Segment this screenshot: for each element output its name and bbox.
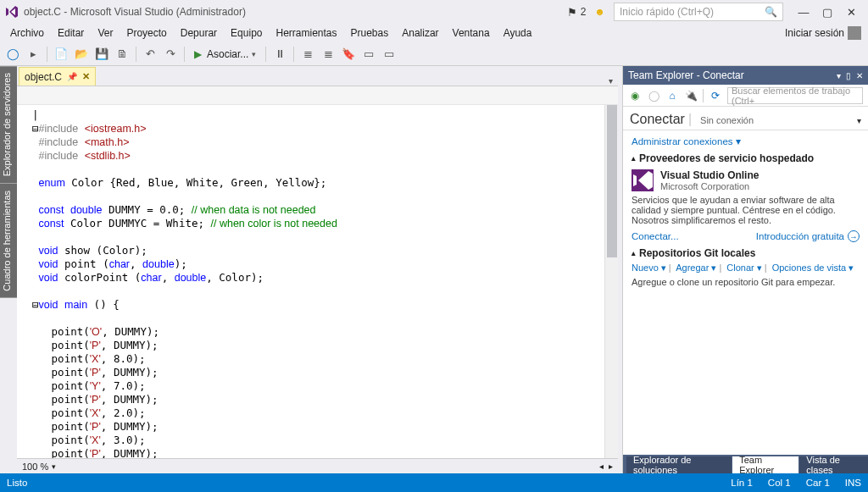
- toolbar: ◯ ▸ 📄 📂 💾 🗎 ↶ ↷ ▶ Asociar... ▾ ⏸ ≣ ≣ 🔖 ▭…: [0, 42, 868, 66]
- pin-icon[interactable]: 📌: [67, 72, 77, 81]
- new-file-button[interactable]: 📄: [52, 45, 70, 64]
- play-icon: ▶: [194, 48, 202, 60]
- doctab-objectc[interactable]: object.C 📌 ✕: [19, 67, 96, 86]
- menu-analizar[interactable]: Analizar: [395, 25, 445, 41]
- hosted-providers-section[interactable]: ▴Proveedores de servicio hospedado: [632, 152, 860, 164]
- quick-launch-input[interactable]: Inicio rápido (Ctrl+Q) 🔍: [614, 3, 783, 21]
- team-explorer-header[interactable]: Conectar | Sin conexión ▾: [623, 107, 868, 130]
- menu-ayuda[interactable]: Ayuda: [497, 25, 539, 41]
- home-icon[interactable]: ⌂: [665, 89, 679, 102]
- menu-equipo[interactable]: Equipo: [224, 25, 269, 41]
- restore-button[interactable]: ▢: [815, 3, 839, 20]
- close-button[interactable]: ✕: [839, 3, 863, 20]
- menu-herramientas[interactable]: Herramientas: [269, 25, 343, 41]
- svg-marker-3: [633, 174, 637, 186]
- doctab-label: object.C: [25, 71, 62, 83]
- tab-class-view[interactable]: Vista de clases: [799, 456, 868, 473]
- forward-icon[interactable]: ◯: [647, 89, 660, 102]
- chevron-down-icon: ▾: [52, 462, 56, 471]
- team-explorer-toolbar: ◉ ◯ ⌂ 🔌 ⟳ Buscar elementos de trabajo (C…: [623, 85, 868, 107]
- pin-icon[interactable]: ▯: [846, 71, 851, 80]
- tb-extra2[interactable]: ▭: [380, 45, 398, 64]
- git-links: Nuevo ▾| Agregar ▾| Clonar ▾| Opciones d…: [632, 263, 860, 274]
- status-ready: Listo: [7, 478, 27, 488]
- connect-icon[interactable]: 🔌: [684, 89, 698, 102]
- panel-tabs: Explorador de soluciones Team Explorer V…: [623, 455, 868, 473]
- well-server-explorer[interactable]: Explorador de servidores: [0, 66, 17, 183]
- undo-button[interactable]: ↶: [141, 45, 159, 64]
- git-clone-link[interactable]: Clonar ▾: [726, 263, 761, 273]
- menu-depurar[interactable]: Depurar: [174, 25, 224, 41]
- scrollbar-vertical[interactable]: [604, 105, 618, 458]
- git-new-link[interactable]: Nuevo ▾: [632, 263, 666, 273]
- zoom-control[interactable]: 100 % ▾ ◂ ▸: [17, 458, 618, 473]
- bookmark-button[interactable]: 🔖: [339, 45, 358, 64]
- close-tab-icon[interactable]: ✕: [82, 71, 90, 82]
- code-editor[interactable]: | ⊟#include <iostream.h> #include <math.…: [17, 105, 618, 458]
- navigation-bar[interactable]: [17, 86, 618, 105]
- git-add-link[interactable]: Agregar ▾: [676, 263, 716, 273]
- smiley-icon: ☻: [594, 6, 605, 18]
- sign-in-link[interactable]: Iniciar sesión: [785, 27, 844, 39]
- flag-icon: ⚑: [567, 6, 577, 19]
- minimize-button[interactable]: —: [792, 3, 815, 20]
- menu-pruebas[interactable]: Pruebas: [344, 25, 396, 41]
- chevron-down-icon: ▾: [252, 50, 256, 58]
- visual-studio-icon: [5, 5, 19, 19]
- arrow-right-icon: →: [848, 230, 860, 242]
- connect-link[interactable]: Conectar...: [632, 231, 679, 241]
- comment-button[interactable]: ≣: [298, 45, 317, 64]
- nav-back-button[interactable]: ◯: [3, 45, 22, 64]
- nav-fwd-button[interactable]: ▸: [24, 45, 42, 64]
- search-icon: 🔍: [765, 6, 777, 18]
- start-debug-button[interactable]: ▶ Asociar... ▾: [189, 45, 261, 64]
- vso-description: Servicios que le ayudan a enviar softwar…: [632, 195, 860, 225]
- tabs-overflow-button[interactable]: ▾: [604, 76, 618, 86]
- svg-marker-4: [638, 171, 653, 190]
- break-button[interactable]: ⏸: [270, 45, 289, 64]
- status-car: Car 1: [806, 478, 830, 488]
- document-area: object.C 📌 ✕ ▾ | ⊟#include <iostream.h> …: [17, 66, 618, 473]
- menu-proyecto[interactable]: Proyecto: [120, 25, 173, 41]
- statusbar: Listo Lín 1 Col 1 Car 1 INS: [0, 473, 868, 492]
- avatar-icon[interactable]: [848, 26, 861, 40]
- manage-connections-link[interactable]: Administrar conexiones ▾: [632, 136, 741, 146]
- notifications-indicator[interactable]: ⚑ 2 ☻: [567, 6, 605, 19]
- git-repos-section[interactable]: ▴Repositorios Git locales: [632, 247, 860, 259]
- intro-link[interactable]: Introducción gratuita →: [756, 230, 860, 242]
- vso-item[interactable]: Visual Studio Online Microsoft Corporati…: [632, 169, 860, 191]
- main-area: Explorador de servidores Cuadro de herra…: [0, 66, 868, 473]
- menu-archivo[interactable]: Archivo: [3, 25, 51, 41]
- status-line: Lín 1: [731, 478, 753, 488]
- menubar: Archivo Editar Ver Proyecto Depurar Equi…: [0, 24, 868, 42]
- uncomment-button[interactable]: ≣: [319, 45, 337, 64]
- menu-ventana[interactable]: Ventana: [446, 25, 497, 41]
- redo-button[interactable]: ↷: [161, 45, 180, 64]
- git-view-options-link[interactable]: Opciones de vista ▾: [772, 263, 854, 273]
- status-ins: INS: [845, 478, 861, 488]
- open-button[interactable]: 📂: [72, 45, 91, 64]
- team-explorer-search[interactable]: Buscar elementos de trabajo (Ctrl+: [727, 87, 863, 104]
- save-button[interactable]: 💾: [92, 45, 111, 64]
- window-title: object.C - Microsoft Visual Studio (Admi…: [24, 6, 246, 18]
- well-toolbox[interactable]: Cuadro de herramientas: [0, 184, 17, 298]
- refresh-icon[interactable]: ⟳: [709, 89, 722, 102]
- chevron-down-icon: ▾: [857, 116, 861, 125]
- menu-editar[interactable]: Editar: [51, 25, 91, 41]
- git-hint: Agregue o clone un repositorio Git para …: [632, 277, 860, 287]
- left-dock: Explorador de servidores Cuadro de herra…: [0, 66, 17, 473]
- svg-marker-0: [6, 8, 8, 16]
- back-icon[interactable]: ◉: [628, 89, 642, 102]
- code-content[interactable]: | ⊟#include <iostream.h> #include <math.…: [27, 105, 618, 458]
- tab-team-explorer[interactable]: Team Explorer: [732, 456, 798, 473]
- status-col: Col 1: [768, 478, 791, 488]
- team-explorer-panel: Team Explorer - Conectar ▾ ▯ ✕ ◉ ◯ ⌂ 🔌 ⟳…: [622, 66, 868, 473]
- tab-solution-explorer[interactable]: Explorador de soluciones: [626, 456, 732, 473]
- titlebar: object.C - Microsoft Visual Studio (Admi…: [0, 0, 868, 24]
- menu-ver[interactable]: Ver: [91, 25, 120, 41]
- dropdown-icon[interactable]: ▾: [837, 71, 841, 80]
- team-explorer-title: Team Explorer - Conectar ▾ ▯ ✕: [623, 66, 868, 85]
- save-all-button[interactable]: 🗎: [113, 45, 131, 64]
- close-panel-icon[interactable]: ✕: [856, 71, 863, 80]
- tb-extra1[interactable]: ▭: [359, 45, 378, 64]
